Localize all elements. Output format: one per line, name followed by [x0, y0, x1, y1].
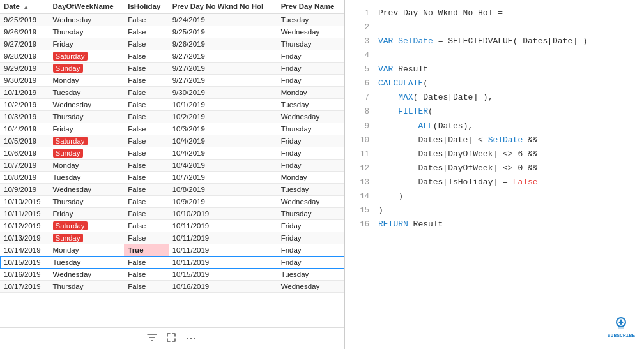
more-options-icon[interactable]: ···: [185, 332, 197, 345]
subscribe-area: SUBSCRIBE: [608, 316, 635, 340]
table-row[interactable]: 9/28/2019SaturdayFalse9/27/2019Friday: [0, 50, 344, 63]
table-row[interactable]: 10/5/2019SaturdayFalse10/4/2019Friday: [0, 135, 344, 147]
cell-prevdayname: Friday: [277, 75, 344, 87]
cell-prevdayname: Friday: [277, 256, 344, 269]
line-number: 6: [351, 77, 369, 90]
subscribe-label: SUBSCRIBE: [608, 331, 635, 340]
filter-icon[interactable]: [147, 332, 157, 345]
cell-dayofweek: Thursday: [49, 26, 125, 38]
table-row[interactable]: 10/1/2019TuesdayFalse9/30/2019Monday: [0, 87, 344, 99]
col-prevdayname[interactable]: Prev Day Name: [277, 0, 344, 13]
table-row[interactable]: 9/27/2019FridayFalse9/26/2019Thursday: [0, 38, 344, 50]
cell-isholiday: False: [124, 87, 168, 99]
table-row[interactable]: 9/25/2019WednesdayFalse9/24/2019Tuesday: [0, 13, 344, 26]
cell-dayofweek: Tuesday: [49, 87, 125, 99]
cell-dayofweek: Wednesday: [49, 13, 125, 26]
cell-prevdayname: Wednesday: [277, 196, 344, 208]
cell-date: 10/7/2019: [0, 160, 49, 172]
cell-isholiday: False: [124, 50, 168, 63]
line-content: VAR SelDate = SELECTEDVALUE( Dates[Date]…: [378, 34, 588, 48]
table-row[interactable]: 9/30/2019MondayFalse9/27/2019Friday: [0, 75, 344, 87]
table-row[interactable]: 10/14/2019MondayTrue10/11/2019Friday: [0, 244, 344, 256]
code-line: 15): [345, 204, 644, 218]
cell-isholiday: False: [124, 232, 168, 244]
table-panel: Date ▲ DayOfWeekName IsHoliday Prev Day …: [0, 0, 345, 349]
cell-prevday: 10/7/2019: [169, 172, 277, 184]
table-row[interactable]: 10/9/2019WednesdayFalse10/8/2019Tuesday: [0, 184, 344, 196]
cell-prevdayname: Friday: [277, 220, 344, 232]
cell-prevday: 10/10/2019: [169, 208, 277, 220]
table-wrapper[interactable]: Date ▲ DayOfWeekName IsHoliday Prev Day …: [0, 0, 344, 327]
line-number: 16: [351, 218, 369, 231]
cell-prevday: 10/4/2019: [169, 160, 277, 172]
line-number: 1: [351, 6, 369, 20]
cell-prevday: 10/9/2019: [169, 196, 277, 208]
cell-date: 10/3/2019: [0, 111, 49, 123]
table-row[interactable]: 10/4/2019FridayFalse10/3/2019Thursday: [0, 123, 344, 135]
cell-date: 9/27/2019: [0, 38, 49, 50]
cell-prevdayname: Tuesday: [277, 184, 344, 196]
cell-dayofweek: Tuesday: [49, 172, 125, 184]
col-date[interactable]: Date ▲: [0, 0, 49, 13]
cell-isholiday: False: [124, 63, 168, 75]
table-row[interactable]: 10/13/2019SundayFalse10/11/2019Friday: [0, 232, 344, 244]
code-line: 16RETURN Result: [345, 218, 644, 232]
cell-prevday: 10/11/2019: [169, 220, 277, 232]
cell-date: 9/29/2019: [0, 63, 49, 75]
table-row[interactable]: 10/8/2019TuesdayFalse10/7/2019Monday: [0, 172, 344, 184]
cell-isholiday: False: [124, 26, 168, 38]
cell-prevdayname: Monday: [277, 172, 344, 184]
cell-prevdayname: Friday: [277, 147, 344, 160]
line-number: 7: [351, 91, 369, 104]
table-row[interactable]: 10/10/2019ThursdayFalse10/9/2019Wednesda…: [0, 196, 344, 208]
cell-dayofweek: Monday: [49, 75, 125, 87]
line-content: ): [378, 204, 383, 218]
cell-date: 10/14/2019: [0, 244, 49, 256]
cell-date: 10/15/2019: [0, 256, 49, 269]
cell-date: 10/10/2019: [0, 196, 49, 208]
table-row[interactable]: 10/12/2019SaturdayFalse10/11/2019Friday: [0, 220, 344, 232]
table-row[interactable]: 10/7/2019MondayFalse10/4/2019Friday: [0, 160, 344, 172]
cell-dayofweek: Wednesday: [49, 99, 125, 111]
code-line: 6CALCULATE(: [345, 77, 644, 91]
col-prevday[interactable]: Prev Day No Wknd No Hol: [169, 0, 277, 13]
col-dayofweekname[interactable]: DayOfWeekName: [49, 0, 125, 13]
col-isholiday[interactable]: IsHoliday: [124, 0, 168, 13]
cell-isholiday: False: [124, 208, 168, 220]
table-row[interactable]: 10/15/2019TuesdayFalse10/11/2019Friday: [0, 256, 344, 269]
table-row[interactable]: 10/11/2019FridayFalse10/10/2019Thursday: [0, 208, 344, 220]
cell-prevdayname: Friday: [277, 160, 344, 172]
cell-isholiday: False: [124, 220, 168, 232]
table-row[interactable]: 10/3/2019ThursdayFalse10/2/2019Wednesday: [0, 111, 344, 123]
cell-prevdayname: Wednesday: [277, 281, 344, 293]
code-line: 10 Dates[Date] < SelDate &&: [345, 133, 644, 147]
cell-prevday: 10/4/2019: [169, 135, 277, 147]
expand-icon[interactable]: [166, 332, 176, 345]
line-content: Dates[DayOfWeek] <> 6 &&: [378, 147, 538, 161]
cell-date: 9/26/2019: [0, 26, 49, 38]
cell-date: 10/11/2019: [0, 208, 49, 220]
table-row[interactable]: 9/26/2019ThursdayFalse9/25/2019Wednesday: [0, 26, 344, 38]
code-container: 1Prev Day No Wknd No Hol =23VAR SelDate …: [345, 6, 644, 232]
cell-prevdayname: Friday: [277, 63, 344, 75]
table-row[interactable]: 9/29/2019SundayFalse9/27/2019Friday: [0, 63, 344, 75]
cell-prevday: 10/4/2019: [169, 147, 277, 160]
table-row[interactable]: 10/17/2019ThursdayFalse10/16/2019Wednesd…: [0, 281, 344, 293]
table-row[interactable]: 10/16/2019WednesdayFalse10/15/2019Tuesda…: [0, 269, 344, 281]
cell-dayofweek: Sunday: [49, 232, 125, 244]
table-row[interactable]: 10/6/2019SundayFalse10/4/2019Friday: [0, 147, 344, 160]
cell-dayofweek: Friday: [49, 123, 125, 135]
cell-prevdayname: Monday: [277, 87, 344, 99]
table-row[interactable]: 10/2/2019WednesdayFalse10/1/2019Tuesday: [0, 99, 344, 111]
line-number: 10: [351, 133, 369, 147]
code-line: 2: [345, 20, 644, 34]
cell-prevdayname: Friday: [277, 135, 344, 147]
cell-prevday: 9/25/2019: [169, 26, 277, 38]
cell-prevday: 9/24/2019: [169, 13, 277, 26]
cell-dayofweek: Saturday: [49, 135, 125, 147]
table-header-row: Date ▲ DayOfWeekName IsHoliday Prev Day …: [0, 0, 344, 13]
line-content: Dates[IsHoliday] = False: [378, 175, 538, 189]
svg-point-1: [618, 327, 624, 329]
cell-isholiday: False: [124, 123, 168, 135]
cell-prevday: 9/27/2019: [169, 50, 277, 63]
